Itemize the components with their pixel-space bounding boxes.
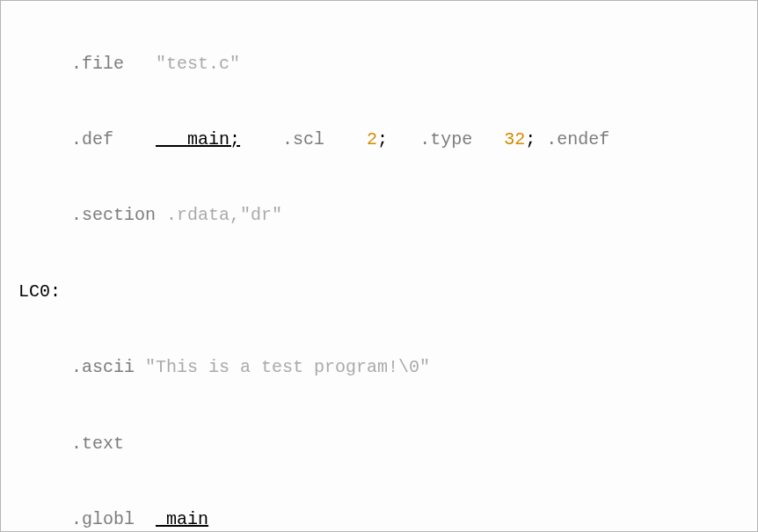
- code-editor[interactable]: .file "test.c" .def ___main; .scl 2; .ty…: [1, 1, 757, 532]
- directive: .scl: [282, 129, 324, 149]
- string: "test.c": [156, 54, 240, 74]
- number: 2: [367, 129, 377, 149]
- number: 32: [504, 129, 525, 149]
- symbol: ___main;: [156, 129, 240, 149]
- directive: .ascii: [71, 357, 135, 377]
- directive: .globl: [71, 509, 135, 529]
- directive: .text: [71, 434, 124, 454]
- string: .rdata,"dr": [166, 205, 282, 225]
- code-line: .file "test.c": [18, 52, 757, 77]
- directive: .file: [71, 54, 124, 74]
- directive: .def: [71, 129, 113, 149]
- label: LC0:: [18, 281, 61, 302]
- directive: .type: [419, 129, 472, 149]
- code-line: .ascii "This is a test program!\0": [18, 355, 757, 381]
- directive: .endef: [546, 129, 609, 149]
- code-line: .text: [18, 432, 757, 457]
- directive: .section: [71, 205, 156, 225]
- code-line: .def ___main; .scl 2; .type 32; .endef: [18, 128, 757, 153]
- code-line: LC0:: [18, 280, 757, 305]
- code-line: .section .rdata,"dr": [18, 203, 757, 229]
- string: "This is a test program!\0": [145, 357, 430, 377]
- code-line: .globl _main: [18, 507, 757, 532]
- symbol: _main: [156, 509, 208, 529]
